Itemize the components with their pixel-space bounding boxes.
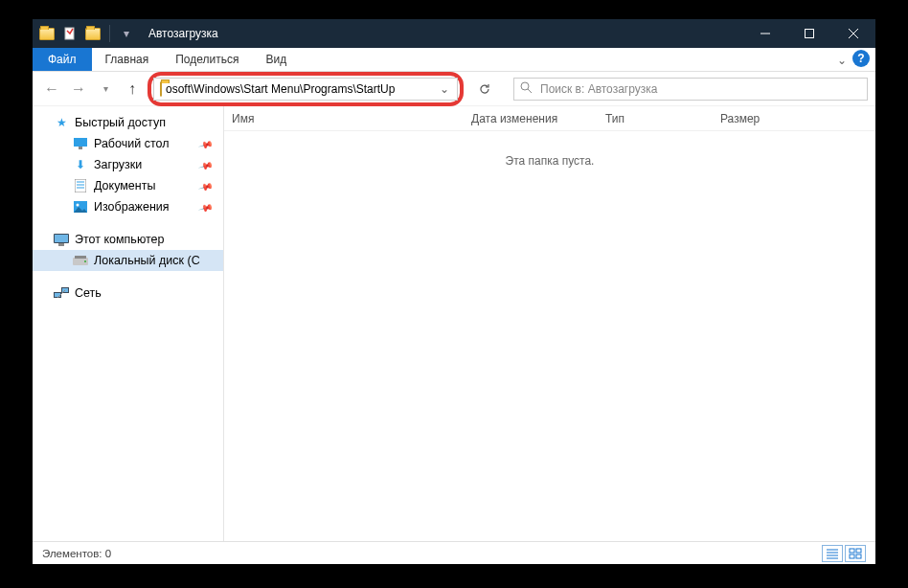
window-title: Автозагрузка: [148, 27, 743, 40]
column-type[interactable]: Тип: [598, 112, 713, 125]
search-icon: [520, 81, 533, 97]
tab-share[interactable]: Поделиться: [162, 48, 252, 71]
documents-icon: [73, 178, 88, 193]
svg-rect-33: [856, 554, 861, 558]
address-history-icon[interactable]: ⌄: [434, 82, 455, 96]
address-bar[interactable]: osoft\Windows\Start Menu\Programs\StartU…: [153, 78, 458, 101]
svg-rect-17: [58, 243, 64, 246]
network-icon: [54, 285, 69, 301]
nav-bar: ← → ▾ ↑ osoft\Windows\Start Menu\Program…: [33, 72, 875, 106]
close-button[interactable]: [831, 19, 875, 48]
qat-properties-icon[interactable]: [59, 23, 80, 44]
downloads-icon: ⬇: [73, 157, 88, 172]
svg-rect-2: [806, 30, 814, 38]
window-icon: [36, 23, 57, 44]
svg-line-6: [528, 89, 532, 93]
svg-point-5: [521, 82, 529, 90]
svg-rect-8: [79, 147, 82, 149]
svg-point-14: [77, 204, 79, 207]
qat-newfolder-icon[interactable]: [82, 23, 103, 44]
minimize-button[interactable]: [743, 19, 787, 48]
up-button[interactable]: ↑: [121, 78, 144, 101]
sidebar-item-pictures[interactable]: Изображения 📌: [33, 196, 223, 217]
this-pc[interactable]: Этот компьютер: [33, 229, 223, 250]
svg-rect-9: [75, 179, 86, 192]
ribbon-expand-icon[interactable]: ⌄: [837, 48, 847, 72]
address-bar-highlight: osoft\Windows\Start Menu\Programs\StartU…: [148, 72, 464, 106]
svg-point-20: [84, 260, 86, 262]
explorer-window: ▾ Автозагрузка Файл Главная Поделиться В…: [33, 19, 875, 564]
qat-customize-icon[interactable]: ▾: [116, 23, 137, 44]
network[interactable]: Сеть: [33, 283, 223, 304]
back-button[interactable]: ←: [40, 78, 63, 101]
pictures-icon: [73, 199, 88, 215]
content-pane: Имя Дата изменения Тип Размер Эта папка …: [224, 106, 875, 541]
sidebar-item-desktop[interactable]: Рабочий стол 📌: [33, 133, 223, 154]
column-name[interactable]: Имя: [224, 112, 464, 125]
pin-icon: 📌: [198, 136, 214, 151]
maximize-button[interactable]: [787, 19, 831, 48]
svg-rect-32: [850, 554, 854, 558]
sidebar-item-downloads[interactable]: ⬇ Загрузки 📌: [33, 154, 223, 175]
folder-icon: [160, 82, 162, 96]
search-placeholder: Поиск в: Автозагрузка: [540, 82, 657, 96]
forward-button[interactable]: →: [67, 78, 90, 101]
column-size[interactable]: Размер: [713, 112, 789, 125]
column-date[interactable]: Дата изменения: [464, 112, 598, 125]
tab-home[interactable]: Главная: [92, 48, 163, 71]
pin-icon: 📌: [198, 157, 214, 172]
file-tab[interactable]: Файл: [33, 48, 92, 71]
svg-rect-19: [75, 256, 86, 259]
quick-access[interactable]: ★ Быстрый доступ: [33, 112, 223, 133]
pin-icon: 📌: [198, 199, 214, 215]
recent-button[interactable]: ▾: [94, 78, 117, 101]
ribbon: Файл Главная Поделиться Вид ⌄ ?: [33, 48, 875, 72]
desktop-icon: [73, 136, 88, 151]
computer-icon: [54, 232, 69, 247]
refresh-button[interactable]: [471, 78, 498, 101]
navigation-pane: ★ Быстрый доступ Рабочий стол 📌 ⬇ Загруз…: [33, 106, 224, 541]
star-icon: ★: [54, 115, 69, 130]
svg-rect-30: [850, 549, 854, 553]
pin-icon: 📌: [198, 178, 214, 193]
help-icon[interactable]: ?: [852, 50, 870, 67]
status-bar: Элементов: 0: [33, 541, 875, 564]
empty-folder-message: Эта папка пуста.: [224, 154, 875, 168]
drive-icon: [73, 253, 88, 268]
svg-rect-31: [856, 549, 861, 553]
sidebar-item-documents[interactable]: Документы 📌: [33, 175, 223, 196]
tab-view[interactable]: Вид: [252, 48, 300, 71]
item-count: Элементов: 0: [42, 548, 111, 559]
search-box[interactable]: Поиск в: Автозагрузка: [513, 78, 868, 101]
view-details-button[interactable]: [822, 545, 843, 562]
address-path[interactable]: osoft\Windows\Start Menu\Programs\StartU…: [166, 82, 434, 96]
view-large-icons-button[interactable]: [845, 545, 866, 562]
svg-rect-7: [74, 138, 87, 147]
svg-rect-16: [55, 235, 68, 242]
title-bar: ▾ Автозагрузка: [33, 19, 875, 48]
column-headers: Имя Дата изменения Тип Размер: [224, 106, 875, 131]
sidebar-item-local-disk[interactable]: Локальный диск (C: [33, 250, 223, 271]
